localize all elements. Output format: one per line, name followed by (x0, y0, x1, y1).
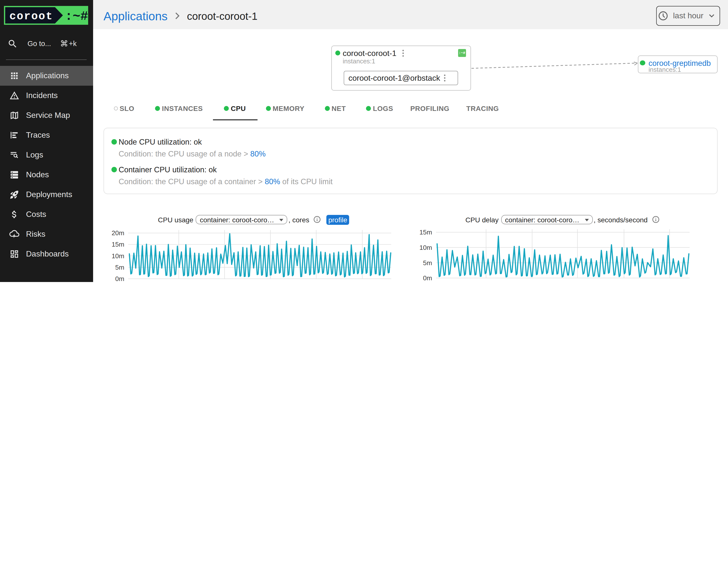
svg-text:10m: 10m (419, 244, 432, 251)
svg-text::~#: :~# (65, 9, 88, 24)
svg-text:5m: 5m (423, 259, 432, 267)
svg-text:15m: 15m (112, 241, 124, 248)
svg-text:0m: 0m (423, 274, 432, 282)
svg-text:20m: 20m (112, 229, 124, 237)
svg-text:coroot: coroot (9, 10, 53, 23)
svg-text:15m: 15m (419, 229, 432, 236)
svg-text:5m: 5m (115, 264, 124, 271)
svg-text:0m: 0m (115, 275, 124, 282)
svg-text:10m: 10m (112, 252, 124, 260)
